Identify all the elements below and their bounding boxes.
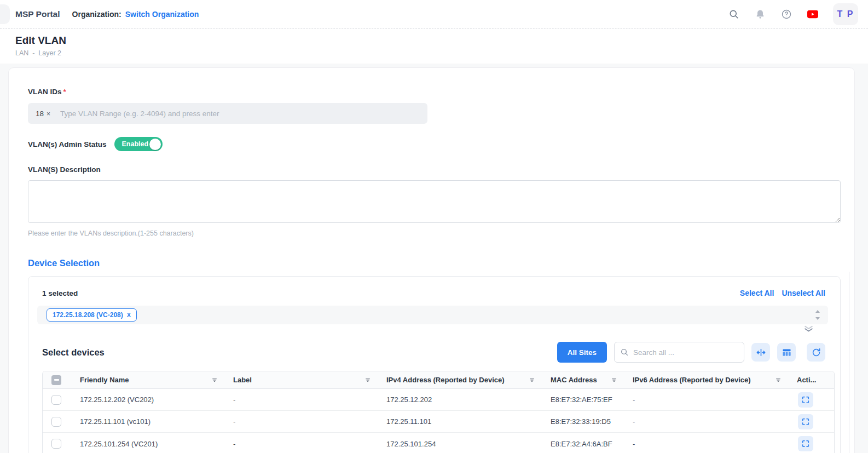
table-columns-button[interactable] xyxy=(777,343,796,362)
required-asterisk: * xyxy=(63,88,66,96)
label-cell: - xyxy=(223,389,377,410)
remove-tag-icon[interactable]: × xyxy=(47,110,50,118)
topbar: MSP Portal Organization: Switch Organiza… xyxy=(0,0,868,29)
device-selection-title: Device Selection xyxy=(28,258,840,268)
help-icon[interactable] xyxy=(780,9,792,20)
col-actions: Acti... xyxy=(787,371,835,388)
filter-icon[interactable] xyxy=(209,377,217,383)
refresh-button[interactable] xyxy=(807,343,825,362)
friendly-name-cell: 172.25.101.254 (VC201) xyxy=(70,433,223,453)
col-ipv6: IPv6 Address (Reported by Device) xyxy=(623,371,787,388)
ipv6-cell: - xyxy=(623,411,787,432)
mac-cell: E8:E7:32:33:19:D5 xyxy=(541,411,623,432)
expand-icon xyxy=(801,417,810,426)
vlan-tag: 18 × xyxy=(36,110,50,118)
topbar-actions: T P xyxy=(728,3,858,25)
youtube-icon[interactable] xyxy=(807,9,818,20)
select-all-checkbox[interactable] xyxy=(51,375,61,385)
filter-icon[interactable] xyxy=(609,377,616,383)
vlan-ids-input[interactable]: 18 × xyxy=(28,103,427,124)
avatar[interactable]: T P xyxy=(833,3,858,25)
col-friendly-name: Friendly Name xyxy=(70,371,223,388)
row-checkbox[interactable] xyxy=(51,417,61,427)
mac-cell: E8:E7:32:AE:75:EF xyxy=(541,389,623,410)
app-logo xyxy=(0,4,10,24)
filter-icon[interactable] xyxy=(526,377,534,383)
filter-icon[interactable] xyxy=(362,377,370,383)
device-selection-panel: 1 selected Select All Unselect All 172.2… xyxy=(28,276,841,453)
bell-icon[interactable] xyxy=(754,9,766,20)
device-search-box[interactable] xyxy=(614,342,744,363)
description-textarea[interactable] xyxy=(28,180,841,223)
table-row: 172.25.101.254 (VC201) - 172.25.101.254 … xyxy=(43,433,834,453)
selected-devices-strip: 172.25.18.208 (VC-208) X xyxy=(37,306,828,324)
page-header: Edit VLAN LAN - Layer 2 xyxy=(0,29,868,64)
select-devices-toolbar: Select devices All Sites xyxy=(28,340,840,364)
devices-table: Friendly Name Label IPv4 Address (Report… xyxy=(42,371,835,453)
all-sites-button[interactable]: All Sites xyxy=(557,342,607,363)
organization-label: Organization: xyxy=(72,10,121,19)
select-all-link[interactable]: Select All xyxy=(740,289,774,297)
strip-expand-row xyxy=(28,325,840,332)
row-checkbox[interactable] xyxy=(51,395,61,405)
ipv6-cell: - xyxy=(623,389,787,410)
col-mac: MAC Address xyxy=(541,371,623,388)
friendly-name-cell: 172.25.11.101 (vc101) xyxy=(70,411,223,432)
unselect-all-link[interactable]: Unselect All xyxy=(782,289,825,297)
column-fit-icon xyxy=(756,347,766,358)
col-label: Label xyxy=(223,371,377,388)
table-row: 172.25.12.202 (VC202) - 172.25.12.202 E8… xyxy=(43,389,834,411)
ipv4-cell: 172.25.101.254 xyxy=(377,433,541,453)
filter-icon[interactable] xyxy=(773,377,780,383)
label-cell: - xyxy=(223,411,377,432)
device-search-input[interactable] xyxy=(633,348,738,357)
chip-scroll-up-icon[interactable] xyxy=(815,310,820,313)
search-icon xyxy=(620,348,629,357)
chip-scroll-down-icon[interactable] xyxy=(815,317,820,320)
table-row: 172.25.11.101 (vc101) - 172.25.11.101 E8… xyxy=(43,411,834,433)
expand-icon xyxy=(801,439,810,448)
vlan-ids-label: VLAN IDs* xyxy=(28,88,840,96)
ipv6-cell: - xyxy=(623,433,787,453)
selected-device-chip[interactable]: 172.25.18.208 (VC-208) X xyxy=(47,308,137,322)
expand-row-button[interactable] xyxy=(798,414,813,429)
refresh-icon xyxy=(811,347,821,358)
vlan-range-field[interactable] xyxy=(60,110,420,118)
switch-organization-link[interactable]: Switch Organization xyxy=(125,10,199,19)
friendly-name-cell: 172.25.12.202 (VC202) xyxy=(70,389,223,410)
toggle-knob xyxy=(149,139,161,150)
card-scrollbar[interactable] xyxy=(849,272,849,453)
admin-status-row: VLAN(s) Admin Status Enabled xyxy=(28,137,840,151)
main-content-area: VLAN IDs* 18 × VLAN(s) Admin Status Enab… xyxy=(0,67,868,453)
brand-title: MSP Portal xyxy=(15,9,60,19)
table-columns-icon xyxy=(782,347,792,358)
expand-row-button[interactable] xyxy=(798,392,813,408)
chip-remove-icon[interactable]: X xyxy=(127,312,131,318)
description-hint: Please enter the VLANs description.(1-25… xyxy=(28,230,840,237)
page-title: Edit VLAN xyxy=(15,35,853,47)
search-icon[interactable] xyxy=(728,9,739,20)
mac-cell: E8:E7:32:A4:6A:BF xyxy=(541,433,623,453)
label-cell: - xyxy=(223,433,377,453)
breadcrumb: LAN - Layer 2 xyxy=(15,49,853,57)
ipv4-cell: 172.25.11.101 xyxy=(377,411,541,432)
admin-status-label: VLAN(s) Admin Status xyxy=(28,140,107,148)
selection-summary-row: 1 selected Select All Unselect All xyxy=(28,289,840,297)
description-label: VLAN(S) Description xyxy=(28,165,840,174)
column-fit-button[interactable] xyxy=(751,343,770,362)
col-ipv4: IPv4 Address (Reported by Device) xyxy=(377,371,541,388)
expand-icon xyxy=(801,395,810,404)
chevron-double-down-icon[interactable] xyxy=(804,325,813,332)
table-header-row: Friendly Name Label IPv4 Address (Report… xyxy=(43,371,834,389)
select-devices-title: Select devices xyxy=(42,347,105,358)
toggle-state-label: Enabled xyxy=(122,140,149,148)
admin-status-toggle[interactable]: Enabled xyxy=(114,137,163,151)
expand-row-button[interactable] xyxy=(798,436,813,451)
row-checkbox[interactable] xyxy=(51,439,61,449)
edit-vlan-card: VLAN IDs* 18 × VLAN(s) Admin Status Enab… xyxy=(8,67,855,453)
selected-count: 1 selected xyxy=(42,289,78,297)
ipv4-cell: 172.25.12.202 xyxy=(377,389,541,410)
